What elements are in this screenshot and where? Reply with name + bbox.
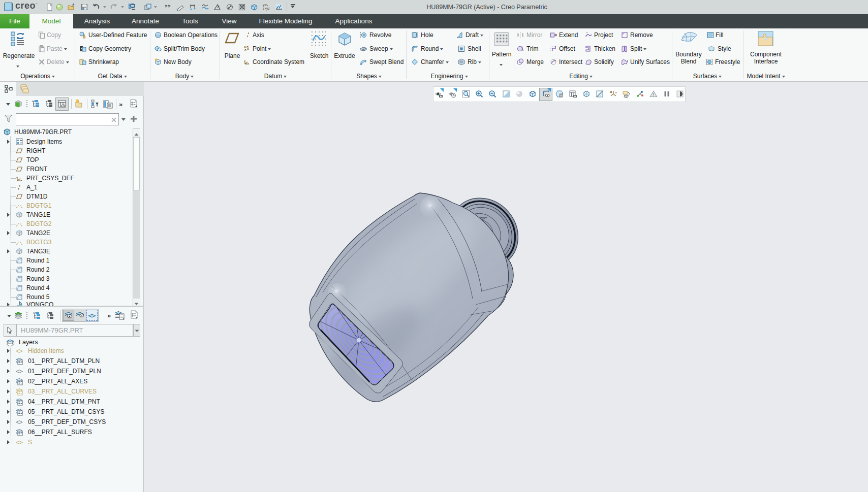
svg-text:z: z	[263, 7, 264, 10]
svg-text:yz: yz	[266, 7, 270, 11]
